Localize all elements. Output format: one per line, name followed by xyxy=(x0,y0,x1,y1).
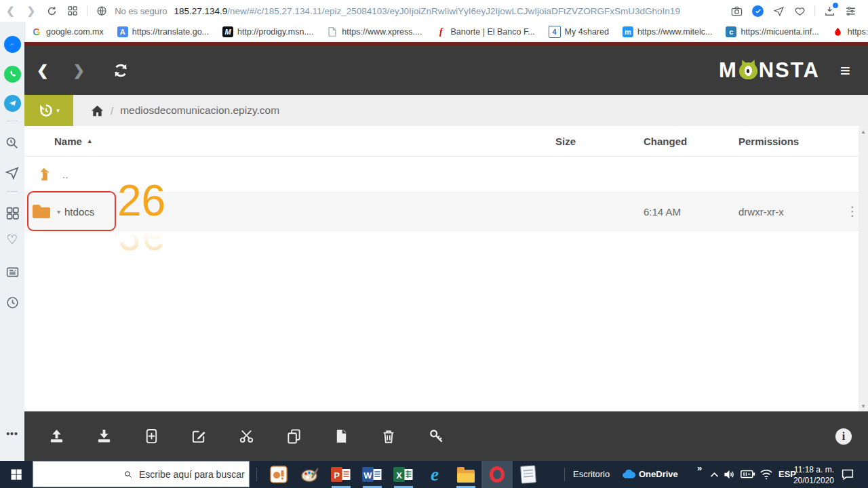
monsta-refresh-button[interactable] xyxy=(97,62,144,79)
ie-letter: e xyxy=(431,466,439,484)
search-icon xyxy=(124,469,132,480)
url-field[interactable]: 185.27.134.9/new/#/c/185.27.134.11/epiz_… xyxy=(174,6,679,16)
easy-setup-tune-icon[interactable] xyxy=(840,5,861,17)
taskbar-search-box[interactable] xyxy=(33,461,250,487)
internet-explorer-icon[interactable]: e xyxy=(419,461,450,488)
shield-check-icon[interactable] xyxy=(752,5,764,17)
speed-dial-tiles-icon[interactable] xyxy=(62,5,83,16)
browser-back-button[interactable]: ❮ xyxy=(0,5,21,17)
monsta-forward-button[interactable]: ❯ xyxy=(61,62,98,79)
start-button[interactable] xyxy=(0,461,33,488)
permissions-key-button[interactable] xyxy=(412,428,460,444)
speed-dial-icon[interactable] xyxy=(0,206,24,220)
messenger-icon[interactable] xyxy=(0,36,24,53)
bookmark-translate[interactable]: Ahttps://translate.go... xyxy=(111,26,216,37)
column-header-name[interactable]: Name ▲ xyxy=(24,136,555,147)
browser-reload-button[interactable] xyxy=(41,5,62,17)
tray-date-label: 20/01/2020 xyxy=(793,476,834,485)
content-scrollbar[interactable]: ▴ ▾ xyxy=(859,126,868,411)
excel-icon[interactable]: X xyxy=(388,461,419,488)
telegram-icon[interactable] xyxy=(0,95,24,112)
bookmark-google[interactable]: Ggoogle.com.mx xyxy=(24,26,111,37)
powerpoint-icon[interactable]: P xyxy=(326,461,357,488)
cut-button[interactable] xyxy=(222,428,270,444)
table-header-row: Name ▲ Size Changed Permissions xyxy=(24,126,868,157)
personal-news-icon[interactable] xyxy=(0,265,24,279)
tray-time-label: 11:18 a. m. xyxy=(794,465,834,474)
copy-button[interactable] xyxy=(270,428,317,444)
bookmarks-bar: Ggoogle.com.mx Ahttps://translate.go... … xyxy=(24,22,868,43)
bookmark-label: https://www.santan... xyxy=(848,27,868,37)
edit-button[interactable] xyxy=(175,428,222,444)
download-button[interactable] xyxy=(80,428,127,444)
column-header-permissions[interactable]: Permissions xyxy=(738,136,837,147)
hidden-icons-chevron[interactable] xyxy=(709,470,719,479)
clock-tray[interactable]: 11:18 a. m. 20/01/2020 xyxy=(792,465,834,486)
bookmark-prodigy[interactable]: Mhttp://prodigy.msn.... xyxy=(216,26,320,37)
history-clock-icon[interactable] xyxy=(0,296,24,310)
toolbar-overflow-chevrons[interactable]: » xyxy=(697,463,702,473)
office-app-icon[interactable] xyxy=(263,461,294,488)
security-label[interactable]: No es seguro xyxy=(115,6,167,16)
bookmark-4shared[interactable]: 4My 4shared xyxy=(542,26,616,38)
bookmark-heart-icon[interactable] xyxy=(789,5,810,17)
sidebar-divider xyxy=(6,191,18,192)
google-favicon: G xyxy=(31,26,42,37)
word-icon[interactable]: W xyxy=(357,461,388,488)
snapshot-camera-icon[interactable] xyxy=(726,5,747,17)
delete-button[interactable] xyxy=(365,429,412,444)
bookmarks-heart-icon[interactable]: ♡ xyxy=(0,233,24,246)
notepad-icon[interactable] xyxy=(513,461,544,488)
bookmark-label: https://micuenta.inf... xyxy=(741,27,818,37)
opera-ring-shape xyxy=(490,466,505,483)
bookmark-label: https://www.mitelc... xyxy=(637,27,712,37)
search-tabs-icon[interactable] xyxy=(0,136,24,150)
info-button[interactable]: i xyxy=(835,428,852,445)
sidebar-settings-ellipsis[interactable]: ••• xyxy=(0,428,24,439)
site-info-globe-icon[interactable] xyxy=(92,5,112,16)
file-explorer-icon[interactable] xyxy=(450,461,481,488)
browser-forward-button[interactable]: ❯ xyxy=(21,5,42,17)
column-header-size[interactable]: Size xyxy=(555,136,644,147)
bookmark-mitelc[interactable]: mhttps://www.mitelc... xyxy=(616,26,719,37)
breadcrumb-path[interactable]: mediosdecomunicacion.epizy.com xyxy=(120,104,279,117)
taskbar-divider xyxy=(564,468,565,481)
new-item-button[interactable] xyxy=(127,428,175,444)
my-flow-icon[interactable] xyxy=(768,5,789,17)
paint-icon[interactable] xyxy=(294,461,326,488)
bookmark-banorte[interactable]: fBanorte | El Banco F... xyxy=(429,26,541,37)
bookmark-santander[interactable]: https://www.santan... xyxy=(826,26,868,37)
opera-icon[interactable] xyxy=(481,461,513,488)
my-flow-sidebar-icon[interactable] xyxy=(0,165,24,180)
explorer-folder-shape xyxy=(457,470,475,483)
scroll-up-arrow[interactable]: ▴ xyxy=(862,128,865,135)
downloads-icon[interactable] xyxy=(819,5,840,17)
mitelc-favicon: m xyxy=(623,26,633,37)
upload-button[interactable] xyxy=(33,428,80,444)
hamburger-menu-icon[interactable]: ≡ xyxy=(820,62,868,79)
battery-charging-icon[interactable] xyxy=(741,469,755,479)
onedrive-label[interactable]: OneDrive xyxy=(639,469,678,479)
scroll-down-arrow[interactable]: ▾ xyxy=(862,403,865,409)
whatsapp-icon[interactable] xyxy=(0,66,24,83)
column-header-changed[interactable]: Changed xyxy=(644,136,738,147)
desktop-toolbar-label[interactable]: Escritorio xyxy=(573,469,610,479)
history-caret: ▾ xyxy=(56,107,60,114)
history-dropdown-button[interactable]: ▾ xyxy=(24,95,73,126)
opera-sidebar: ♡ ••• xyxy=(0,22,25,461)
taskbar-search-input[interactable] xyxy=(138,468,249,481)
running-indicator xyxy=(363,486,382,488)
onedrive-cloud-icon[interactable] xyxy=(621,468,636,480)
monsta-back-button[interactable]: ❮ xyxy=(24,62,61,79)
cell-changed: 6:14 AM xyxy=(644,206,738,218)
prodigy-favicon: M xyxy=(222,26,233,37)
action-center-icon[interactable] xyxy=(841,468,854,481)
logo-text-nsta: NSTA xyxy=(759,58,820,83)
paste-button[interactable] xyxy=(317,428,365,444)
translate-favicon: A xyxy=(117,26,128,37)
volume-icon[interactable] xyxy=(723,468,736,481)
bookmark-micuenta[interactable]: chttps://micuenta.inf... xyxy=(719,26,825,37)
home-icon[interactable] xyxy=(91,105,104,117)
wifi-icon[interactable] xyxy=(760,468,773,480)
bookmark-xpress[interactable]: https://www.xpress.... xyxy=(320,26,429,37)
